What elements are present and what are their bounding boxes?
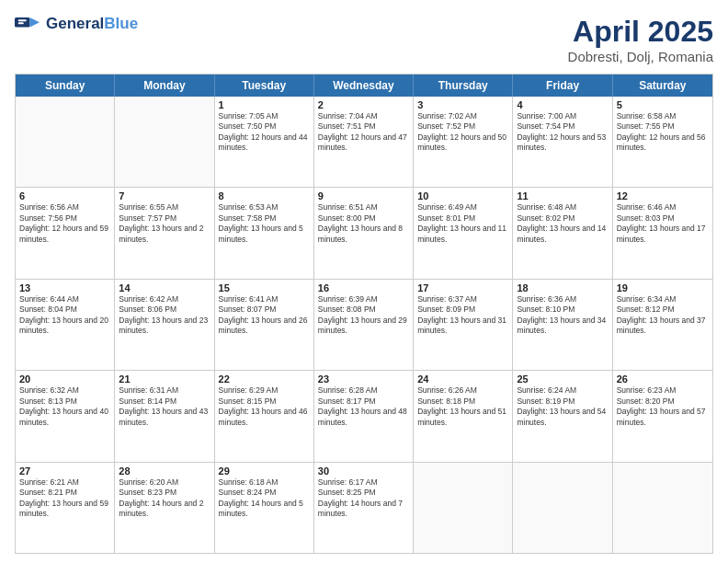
cell-w3-d6: 18Sunrise: 6:36 AM Sunset: 8:10 PM Dayli… bbox=[513, 280, 612, 370]
header-saturday: Saturday bbox=[613, 75, 712, 97]
cell-w5-d6 bbox=[513, 463, 612, 553]
cell-w5-d5 bbox=[414, 463, 513, 553]
day-number: 9 bbox=[318, 190, 409, 201]
week-row-1: 1Sunrise: 7:05 AM Sunset: 7:50 PM Daylig… bbox=[16, 97, 712, 187]
day-number: 20 bbox=[19, 373, 110, 385]
cell-w1-d4: 2Sunrise: 7:04 AM Sunset: 7:51 PM Daylig… bbox=[314, 97, 414, 187]
day-number: 11 bbox=[517, 190, 608, 201]
cell-w3-d4: 16Sunrise: 6:39 AM Sunset: 8:08 PM Dayli… bbox=[314, 280, 414, 370]
day-number: 17 bbox=[417, 282, 508, 293]
cell-w2-d4: 9Sunrise: 6:51 AM Sunset: 8:00 PM Daylig… bbox=[314, 188, 414, 278]
header: GeneralBlue April 2025 Dobresti, Dolj, R… bbox=[15, 15, 713, 64]
svg-rect-2 bbox=[18, 19, 27, 21]
cell-w3-d5: 17Sunrise: 6:37 AM Sunset: 8:09 PM Dayli… bbox=[414, 280, 513, 370]
day-number: 6 bbox=[19, 190, 110, 201]
cell-w5-d4: 30Sunrise: 6:17 AM Sunset: 8:25 PM Dayli… bbox=[314, 463, 414, 553]
logo: GeneralBlue bbox=[15, 15, 138, 33]
logo-text: GeneralBlue bbox=[46, 16, 138, 33]
day-number: 25 bbox=[517, 373, 608, 385]
header-monday: Monday bbox=[115, 75, 214, 97]
cell-info: Sunrise: 7:04 AM Sunset: 7:51 PM Dayligh… bbox=[318, 111, 409, 154]
calendar-body: 1Sunrise: 7:05 AM Sunset: 7:50 PM Daylig… bbox=[16, 97, 712, 553]
cell-w3-d2: 14Sunrise: 6:42 AM Sunset: 8:06 PM Dayli… bbox=[115, 280, 214, 370]
day-number: 26 bbox=[617, 373, 709, 385]
cell-w1-d7: 5Sunrise: 6:58 AM Sunset: 7:55 PM Daylig… bbox=[613, 97, 712, 187]
cell-w2-d5: 10Sunrise: 6:49 AM Sunset: 8:01 PM Dayli… bbox=[414, 188, 513, 278]
day-number: 5 bbox=[617, 99, 709, 110]
day-number: 15 bbox=[219, 282, 310, 293]
day-number: 2 bbox=[318, 99, 409, 110]
svg-marker-1 bbox=[30, 17, 40, 28]
cell-info: Sunrise: 6:34 AM Sunset: 8:12 PM Dayligh… bbox=[617, 294, 709, 337]
cell-info: Sunrise: 6:56 AM Sunset: 7:56 PM Dayligh… bbox=[19, 202, 110, 245]
day-number: 23 bbox=[318, 373, 409, 385]
week-row-2: 6Sunrise: 6:56 AM Sunset: 7:56 PM Daylig… bbox=[16, 187, 712, 278]
week-row-4: 20Sunrise: 6:32 AM Sunset: 8:13 PM Dayli… bbox=[16, 370, 712, 461]
day-number: 1 bbox=[219, 99, 310, 110]
header-sunday: Sunday bbox=[16, 75, 115, 97]
cell-info: Sunrise: 6:37 AM Sunset: 8:09 PM Dayligh… bbox=[417, 294, 508, 337]
cell-info: Sunrise: 6:41 AM Sunset: 8:07 PM Dayligh… bbox=[219, 294, 310, 337]
day-number: 8 bbox=[219, 190, 310, 201]
calendar-subtitle: Dobresti, Dolj, Romania bbox=[568, 49, 713, 64]
cell-info: Sunrise: 6:32 AM Sunset: 8:13 PM Dayligh… bbox=[19, 385, 110, 428]
cell-w4-d5: 24Sunrise: 6:26 AM Sunset: 8:18 PM Dayli… bbox=[414, 371, 513, 461]
header-thursday: Thursday bbox=[414, 75, 513, 97]
cell-info: Sunrise: 6:18 AM Sunset: 8:24 PM Dayligh… bbox=[219, 477, 310, 520]
cell-info: Sunrise: 6:17 AM Sunset: 8:25 PM Dayligh… bbox=[318, 477, 409, 520]
logo-icon bbox=[15, 15, 42, 31]
title-block: April 2025 Dobresti, Dolj, Romania bbox=[568, 15, 713, 64]
cell-info: Sunrise: 7:00 AM Sunset: 7:54 PM Dayligh… bbox=[517, 111, 608, 154]
cell-w4-d3: 22Sunrise: 6:29 AM Sunset: 8:15 PM Dayli… bbox=[215, 371, 314, 461]
cell-w1-d2 bbox=[115, 97, 214, 187]
calendar-title: April 2025 bbox=[568, 15, 713, 49]
cell-info: Sunrise: 6:26 AM Sunset: 8:18 PM Dayligh… bbox=[417, 385, 508, 428]
calendar: Sunday Monday Tuesday Wednesday Thursday… bbox=[15, 74, 713, 554]
cell-info: Sunrise: 6:36 AM Sunset: 8:10 PM Dayligh… bbox=[517, 294, 608, 337]
cell-w5-d3: 29Sunrise: 6:18 AM Sunset: 8:24 PM Dayli… bbox=[215, 463, 314, 553]
cell-w4-d6: 25Sunrise: 6:24 AM Sunset: 8:19 PM Dayli… bbox=[513, 371, 612, 461]
cell-info: Sunrise: 6:28 AM Sunset: 8:17 PM Dayligh… bbox=[318, 385, 409, 428]
cell-info: Sunrise: 6:55 AM Sunset: 7:57 PM Dayligh… bbox=[119, 202, 210, 245]
day-number: 22 bbox=[219, 373, 310, 385]
day-number: 29 bbox=[219, 465, 310, 477]
week-row-5: 27Sunrise: 6:21 AM Sunset: 8:21 PM Dayli… bbox=[16, 462, 712, 553]
cell-info: Sunrise: 6:39 AM Sunset: 8:08 PM Dayligh… bbox=[318, 294, 409, 337]
cell-info: Sunrise: 6:51 AM Sunset: 8:00 PM Dayligh… bbox=[318, 202, 409, 245]
day-number: 4 bbox=[517, 99, 608, 110]
cell-w4-d4: 23Sunrise: 6:28 AM Sunset: 8:17 PM Dayli… bbox=[314, 371, 414, 461]
cell-info: Sunrise: 6:23 AM Sunset: 8:20 PM Dayligh… bbox=[617, 385, 709, 428]
cell-info: Sunrise: 6:53 AM Sunset: 7:58 PM Dayligh… bbox=[219, 202, 310, 245]
cell-w1-d1 bbox=[16, 97, 115, 187]
cell-w1-d5: 3Sunrise: 7:02 AM Sunset: 7:52 PM Daylig… bbox=[414, 97, 513, 187]
cell-w2-d6: 11Sunrise: 6:48 AM Sunset: 8:02 PM Dayli… bbox=[513, 188, 612, 278]
cell-w2-d3: 8Sunrise: 6:53 AM Sunset: 7:58 PM Daylig… bbox=[215, 188, 314, 278]
day-number: 10 bbox=[417, 190, 508, 201]
calendar-header: Sunday Monday Tuesday Wednesday Thursday… bbox=[16, 75, 712, 97]
cell-info: Sunrise: 6:46 AM Sunset: 8:03 PM Dayligh… bbox=[617, 202, 709, 245]
cell-w5-d2: 28Sunrise: 6:20 AM Sunset: 8:23 PM Dayli… bbox=[115, 463, 214, 553]
day-number: 16 bbox=[318, 282, 409, 293]
day-number: 28 bbox=[119, 465, 210, 477]
cell-w3-d7: 19Sunrise: 6:34 AM Sunset: 8:12 PM Dayli… bbox=[613, 280, 712, 370]
day-number: 3 bbox=[417, 99, 508, 110]
cell-w4-d1: 20Sunrise: 6:32 AM Sunset: 8:13 PM Dayli… bbox=[16, 371, 115, 461]
cell-w1-d3: 1Sunrise: 7:05 AM Sunset: 7:50 PM Daylig… bbox=[215, 97, 314, 187]
cell-info: Sunrise: 6:42 AM Sunset: 8:06 PM Dayligh… bbox=[119, 294, 210, 337]
header-tuesday: Tuesday bbox=[215, 75, 314, 97]
cell-info: Sunrise: 6:44 AM Sunset: 8:04 PM Dayligh… bbox=[19, 294, 110, 337]
header-wednesday: Wednesday bbox=[314, 75, 414, 97]
day-number: 13 bbox=[19, 282, 110, 293]
cell-info: Sunrise: 7:05 AM Sunset: 7:50 PM Dayligh… bbox=[219, 111, 310, 154]
header-friday: Friday bbox=[513, 75, 612, 97]
day-number: 14 bbox=[119, 282, 210, 293]
cell-info: Sunrise: 6:48 AM Sunset: 8:02 PM Dayligh… bbox=[517, 202, 608, 245]
cell-info: Sunrise: 6:31 AM Sunset: 8:14 PM Dayligh… bbox=[119, 385, 210, 428]
day-number: 30 bbox=[318, 465, 409, 477]
cell-info: Sunrise: 7:02 AM Sunset: 7:52 PM Dayligh… bbox=[417, 111, 508, 154]
day-number: 19 bbox=[617, 282, 709, 293]
svg-rect-3 bbox=[18, 22, 24, 24]
cell-w4-d2: 21Sunrise: 6:31 AM Sunset: 8:14 PM Dayli… bbox=[115, 371, 214, 461]
cell-w5-d7 bbox=[613, 463, 712, 553]
cell-info: Sunrise: 6:21 AM Sunset: 8:21 PM Dayligh… bbox=[19, 477, 110, 520]
